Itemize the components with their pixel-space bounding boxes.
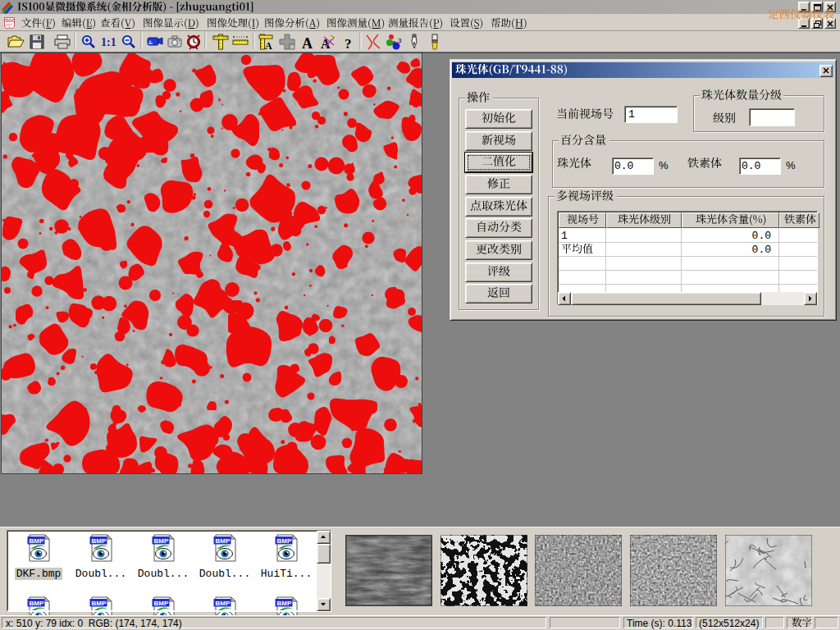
svg-text:BMP: BMP (30, 537, 44, 545)
svg-text:3: 3 (398, 37, 402, 44)
svg-text:A: A (302, 35, 313, 52)
svg-text:BMP: BMP (277, 537, 292, 545)
svg-text:BMP: BMP (154, 537, 169, 545)
svg-text:a: a (392, 39, 396, 46)
svg-text:BMP: BMP (277, 600, 292, 607)
svg-text:BMP: BMP (216, 600, 231, 607)
svg-text:1:1: 1:1 (101, 36, 116, 48)
svg-text:BMP: BMP (30, 600, 44, 607)
svg-text:BMP: BMP (154, 600, 169, 607)
svg-text:?: ? (345, 36, 352, 52)
svg-text:BMP: BMP (92, 600, 107, 607)
svg-text:BMP: BMP (216, 537, 231, 545)
svg-text:DOC: DOC (6, 18, 16, 23)
svg-text:A: A (265, 40, 272, 52)
svg-text:BMP: BMP (92, 537, 107, 545)
